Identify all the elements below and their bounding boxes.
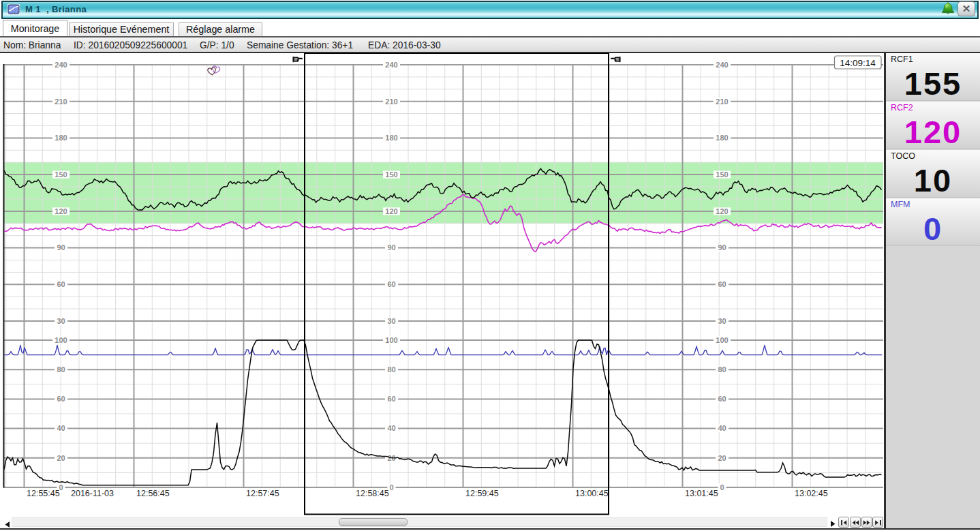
svg-text:210: 210 [385, 97, 397, 106]
svg-text:12:56:45: 12:56:45 [136, 489, 170, 498]
svg-text:120: 120 [716, 207, 728, 215]
svg-text:13:00:45: 13:00:45 [575, 489, 609, 498]
svg-text:12:55:45: 12:55:45 [27, 489, 60, 498]
svg-text:150: 150 [385, 170, 397, 179]
svg-text:60: 60 [57, 395, 65, 403]
svg-text:40: 40 [57, 424, 65, 432]
svg-text:210: 210 [55, 97, 67, 106]
svg-text:80: 80 [718, 365, 726, 374]
svg-text:60: 60 [718, 395, 726, 403]
svg-text:40: 40 [387, 424, 395, 432]
svg-text:120: 120 [55, 207, 67, 215]
svg-text:100: 100 [385, 336, 397, 344]
svg-text:20: 20 [57, 454, 65, 462]
svg-text:0: 0 [389, 483, 393, 491]
svg-text:210: 210 [716, 97, 728, 106]
svg-text:12:58:45: 12:58:45 [356, 489, 389, 498]
svg-text:240: 240 [55, 61, 67, 69]
svg-text:180: 180 [55, 134, 67, 142]
svg-text:90: 90 [387, 243, 395, 252]
svg-text:150: 150 [55, 170, 67, 179]
svg-text:30: 30 [718, 317, 726, 325]
svg-text:80: 80 [57, 365, 65, 374]
svg-text:60: 60 [57, 280, 65, 288]
svg-text:12:59:45: 12:59:45 [465, 489, 499, 498]
svg-text:14:09:14: 14:09:14 [840, 58, 876, 68]
svg-text:30: 30 [387, 317, 395, 325]
svg-text:60: 60 [387, 280, 395, 288]
svg-text:60: 60 [718, 280, 726, 288]
svg-text:13:02:45: 13:02:45 [795, 489, 828, 498]
svg-text:120: 120 [385, 207, 397, 215]
svg-text:60: 60 [387, 395, 395, 403]
svg-text:80: 80 [387, 365, 395, 374]
svg-text:240: 240 [385, 61, 397, 69]
svg-text:150: 150 [716, 170, 728, 179]
svg-text:100: 100 [55, 336, 67, 344]
svg-text:12:57:45: 12:57:45 [246, 489, 279, 498]
svg-text:100: 100 [716, 336, 728, 344]
svg-text:13:01:45: 13:01:45 [685, 489, 718, 498]
svg-text:240: 240 [716, 61, 728, 69]
svg-text:2016-11-03: 2016-11-03 [71, 489, 114, 498]
svg-text:90: 90 [718, 243, 726, 252]
svg-text:30: 30 [57, 317, 65, 325]
svg-text:90: 90 [57, 243, 65, 252]
svg-text:180: 180 [385, 134, 397, 142]
svg-text:40: 40 [718, 424, 726, 432]
svg-text:0: 0 [720, 483, 724, 491]
svg-text:180: 180 [716, 134, 728, 142]
svg-text:20: 20 [718, 454, 726, 462]
